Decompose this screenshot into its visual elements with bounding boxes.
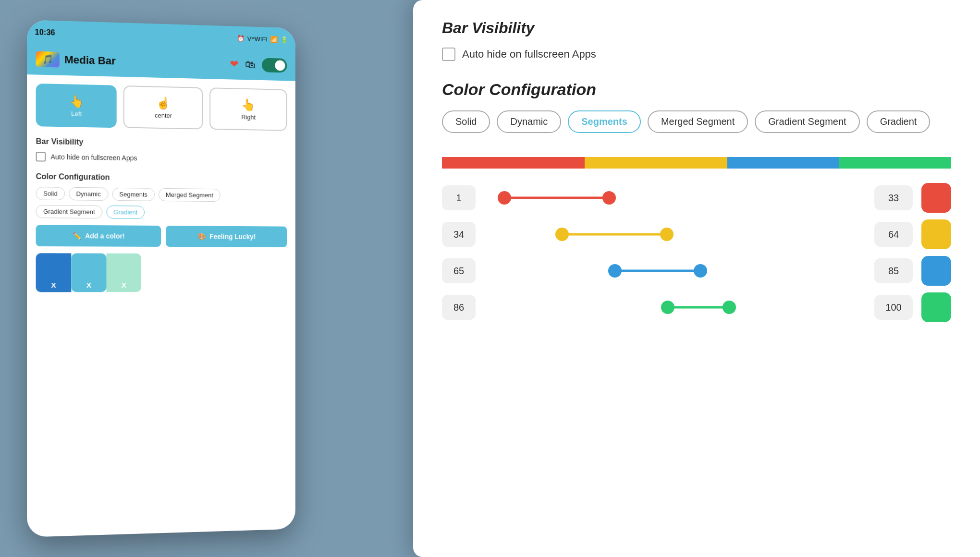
range-color-box-2[interactable] xyxy=(921,219,951,249)
status-time: 10:36 xyxy=(35,28,55,37)
range-end-1: 33 xyxy=(874,185,913,210)
left-btn-label: Left xyxy=(71,110,82,118)
range-slider-1[interactable] xyxy=(484,188,866,207)
phone-content: 👆 Left ☝️ center 👆 Right Bar Visibility … xyxy=(27,74,295,301)
position-buttons: 👆 Left ☝️ center 👆 Right xyxy=(36,84,287,131)
center-btn-label: center xyxy=(155,111,172,119)
add-color-button[interactable]: ✏️ Add a color! xyxy=(36,225,161,247)
range-start-2: 34 xyxy=(442,222,476,247)
right-chip-solid[interactable]: Solid xyxy=(442,110,490,133)
swatch-x-1[interactable]: X xyxy=(51,281,56,289)
color-bar-green xyxy=(839,157,951,169)
wifi-label: VʷWIFI xyxy=(247,35,268,43)
swatch-blue-dark[interactable]: X xyxy=(36,253,72,292)
right-chip-merged[interactable]: Merged Segment xyxy=(648,110,748,133)
bag-icon[interactable]: 🛍 xyxy=(245,59,255,71)
range-row-1: 1 33 xyxy=(442,183,951,213)
swatch-x-2[interactable]: X xyxy=(86,281,91,289)
color-actions: ✏️ Add a color! 🎨 Feeling Lucky! xyxy=(36,225,287,247)
chip-solid[interactable]: Solid xyxy=(36,187,65,200)
chip-gradient-segment[interactable]: Gradient Segment xyxy=(36,205,102,218)
range-end-4: 100 xyxy=(874,295,913,320)
range-row-4: 86 100 xyxy=(442,292,951,322)
range-row-3: 65 85 xyxy=(442,256,951,286)
chip-gradient[interactable]: Gradient xyxy=(106,206,145,219)
pos-btn-right[interactable]: 👆 Right xyxy=(209,87,287,131)
chip-dynamic[interactable]: Dynamic xyxy=(69,187,108,201)
status-right: ⏰ VʷWIFI 📶 🔋 xyxy=(237,35,288,43)
swatch-green-light[interactable]: X xyxy=(106,254,141,292)
range-start-3: 65 xyxy=(442,258,476,283)
range-color-box-3[interactable] xyxy=(921,256,951,286)
right-btn-label: Right xyxy=(241,113,256,121)
range-end-3: 85 xyxy=(874,258,913,283)
phone-mockup: 10:36 ⏰ VʷWIFI 📶 🔋 🎵 Media Bar ❤ 🛍 xyxy=(27,20,295,537)
autohide-checkbox[interactable] xyxy=(36,152,46,162)
right-panel: Bar Visibility Auto hide on fullscreen A… xyxy=(413,0,980,557)
feeling-lucky-label: Feeling Lucky! xyxy=(209,233,256,241)
pos-btn-left[interactable]: 👆 Left xyxy=(36,84,117,128)
right-bar-visibility-title: Bar Visibility xyxy=(442,19,951,37)
header-left: 🎵 Media Bar xyxy=(36,51,116,69)
swatch-x-3[interactable]: X xyxy=(122,281,126,289)
right-chip-segments[interactable]: Segments xyxy=(568,110,641,133)
pos-btn-center[interactable]: ☝️ center xyxy=(123,85,203,129)
right-chip-row: Solid Dynamic Segments Merged Segment Gr… xyxy=(442,110,951,133)
right-checkbox-row: Auto hide on fullscreen Apps xyxy=(442,48,951,61)
center-gesture-icon: ☝️ xyxy=(156,96,171,110)
right-autohide-checkbox[interactable] xyxy=(442,48,455,61)
color-swatches: X X X xyxy=(36,253,287,292)
range-slider-4[interactable] xyxy=(484,298,866,317)
autohide-row: Auto hide on fullscreen Apps xyxy=(36,152,287,165)
toggle-button[interactable] xyxy=(262,58,287,73)
palette-icon: 🎨 xyxy=(198,232,206,240)
bar-visibility-title: Bar Visibility xyxy=(36,137,287,150)
range-rows: 1 33 34 6 xyxy=(442,183,951,322)
battery-icon: 🔋 xyxy=(281,36,288,43)
range-slider-3[interactable] xyxy=(484,261,866,280)
swatch-blue-light[interactable]: X xyxy=(71,253,106,292)
range-start-4: 86 xyxy=(442,295,476,320)
pencil-icon: ✏️ xyxy=(73,232,81,240)
color-config-title: Color Configuration xyxy=(36,172,287,184)
alarm-icon: ⏰ xyxy=(237,35,245,42)
wifi-icon: 📶 xyxy=(270,36,278,43)
right-chip-dynamic[interactable]: Dynamic xyxy=(497,110,561,133)
right-chip-gradient-segment[interactable]: Gradient Segment xyxy=(755,110,859,133)
right-gesture-icon: 👆 xyxy=(241,98,255,111)
color-bar-blue xyxy=(727,157,839,169)
chip-segments[interactable]: Segments xyxy=(112,188,155,201)
header-icons: ❤ 🛍 xyxy=(230,57,287,73)
left-gesture-icon: 👆 xyxy=(69,94,84,108)
color-bar-red xyxy=(442,157,585,169)
range-color-box-4[interactable] xyxy=(921,292,951,322)
chip-merged[interactable]: Merged Segment xyxy=(159,188,220,202)
app-icon: 🎵 xyxy=(36,51,60,68)
color-bar-yellow xyxy=(585,157,727,169)
right-color-config-title: Color Configuration xyxy=(442,80,951,99)
feeling-lucky-button[interactable]: 🎨 Feeling Lucky! xyxy=(166,226,287,247)
range-slider-2[interactable] xyxy=(484,225,866,244)
add-color-label: Add a color! xyxy=(85,232,125,240)
right-chip-gradient[interactable]: Gradient xyxy=(867,110,931,133)
app-title: Media Bar xyxy=(64,53,116,67)
range-row-2: 34 64 xyxy=(442,219,951,249)
autohide-label: Auto hide on fullscreen Apps xyxy=(50,153,137,162)
right-autohide-label: Auto hide on fullscreen Apps xyxy=(462,48,596,61)
range-color-box-1[interactable] xyxy=(921,183,951,213)
range-end-2: 64 xyxy=(874,222,913,247)
heart-icon[interactable]: ❤ xyxy=(230,58,239,71)
range-start-1: 1 xyxy=(442,185,476,210)
chip-row-2: Gradient Segment Gradient xyxy=(36,205,287,220)
scene: Bar Visibility Auto hide on fullscreen A… xyxy=(0,0,980,557)
color-bar xyxy=(442,157,951,169)
chip-row-1: Solid Dynamic Segments Merged Segment xyxy=(36,187,287,202)
